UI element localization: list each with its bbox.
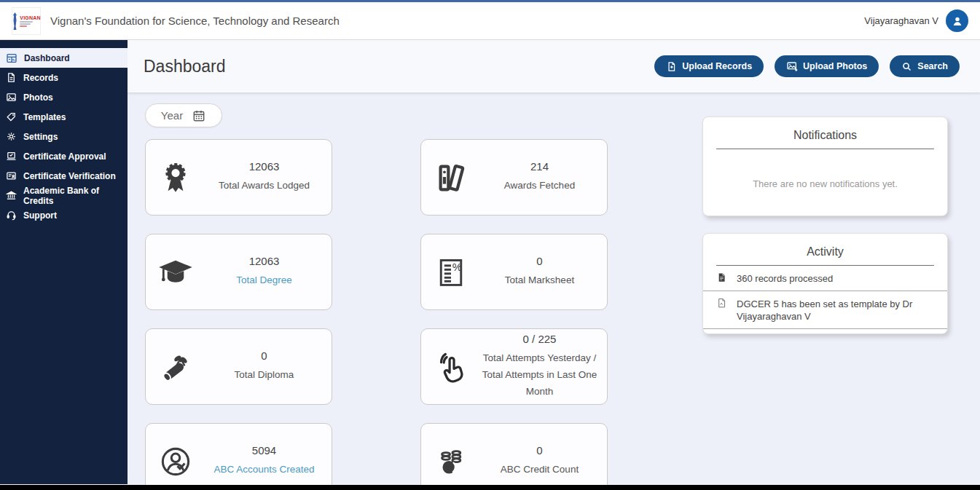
svg-text:%: % (452, 261, 462, 273)
pdf-icon (716, 297, 727, 308)
stat-link-total-degree[interactable]: Total Degree (205, 272, 323, 289)
sidebar-item-support[interactable]: Support (0, 205, 128, 225)
stat-value: 214 (481, 160, 598, 173)
year-filter[interactable]: Year (145, 103, 222, 127)
stat-label: ABC Credit Count (481, 462, 598, 478)
sidebar-item-certificate-approval[interactable]: Certificate Approval (0, 146, 128, 166)
support-icon (6, 210, 17, 221)
notifications-title: Notifications (703, 117, 947, 142)
sidebar-nav: Dashboard Records Photos Templates Setti… (0, 40, 128, 484)
institution-name: Vignan's Foundation for Science, Technol… (50, 15, 340, 27)
stat-value: 0 / 225 (481, 333, 598, 345)
window-bottom-edge (0, 485, 980, 490)
logo-figure-icon (12, 12, 18, 31)
stat-card-awards-fetched: 214 Awards Fetched (420, 139, 608, 216)
sidebar-item-label: Support (23, 210, 57, 221)
document-icon (716, 272, 727, 282)
settings-icon (6, 131, 17, 142)
page-header: Dashboard Upload Records Upload Photos S… (128, 40, 980, 92)
page-title: Dashboard (144, 57, 226, 76)
stat-card-abc-accounts-created: 5094 ABC Accounts Created (145, 423, 332, 485)
notifications-panel: Notifications There are no new notificat… (702, 116, 948, 216)
main-content: Year 12063 Total Awards Lodged 214 Award… (128, 92, 980, 485)
certificate-approval-icon (6, 151, 17, 162)
sidebar-item-dashboard[interactable]: Dashboard (0, 48, 128, 68)
activity-item: DGCER 5 has been set as template by Dr V… (703, 291, 947, 329)
stat-value: 12063 (205, 160, 323, 173)
stat-label: Awards Fetched (481, 178, 598, 194)
upload-photos-button[interactable]: Upload Photos (775, 55, 879, 77)
photos-icon (6, 92, 17, 103)
stat-card-abc-credit-count: 0 ABC Credit Count (420, 423, 608, 485)
sidebar-item-label: Photos (23, 92, 53, 103)
diploma-icon (158, 349, 193, 384)
photo-upload-icon (786, 60, 798, 72)
coins-icon (435, 446, 467, 478)
window-top-accent (0, 0, 980, 2)
sidebar-item-label: Academic Bank of Credits (23, 186, 128, 206)
stat-card-total-attempts: 0 / 225 Total Attempts Yesterday / Total… (420, 328, 608, 405)
stat-label: Total Marksheet (481, 272, 598, 289)
stat-value: 0 (205, 349, 323, 362)
graduation-cap-icon (157, 253, 195, 291)
logo-text: VIGNAN (20, 15, 40, 20)
books-icon (434, 161, 468, 194)
stat-label: Total Awards Lodged (205, 178, 323, 194)
year-filter-label: Year (161, 109, 183, 122)
records-icon (6, 72, 17, 83)
vignan-logo: VIGNAN (12, 7, 41, 35)
search-icon (901, 61, 912, 72)
sidebar-item-academic-bank-of-credits[interactable]: Academic Bank of Credits (0, 186, 128, 205)
button-label: Upload Records (682, 61, 752, 71)
stat-label: Total Attempts Yesterday / Total Attempt… (481, 350, 598, 400)
activity-item: 360 records processed (703, 266, 947, 291)
stat-value: 5094 (205, 444, 323, 457)
upload-records-button[interactable]: Upload Records (654, 55, 764, 77)
account-check-icon (159, 445, 192, 478)
user-avatar[interactable] (946, 9, 968, 32)
notifications-empty-message: There are no new notifications yet. (703, 178, 947, 189)
sidebar-item-label: Certificate Approval (23, 151, 106, 162)
sidebar-item-label: Settings (23, 132, 58, 142)
medal-icon (159, 161, 192, 194)
divider (716, 149, 934, 149)
stat-label: Total Diploma (205, 367, 323, 384)
sidebar-item-label: Templates (23, 112, 66, 122)
marksheet-icon: % (435, 256, 467, 288)
sidebar-item-certificate-verification[interactable]: Certificate Verification (0, 166, 128, 186)
stat-card-total-diploma: 0 Total Diploma (145, 328, 332, 405)
sidebar-item-label: Certificate Verification (23, 171, 116, 181)
stat-link-abc-accounts[interactable]: ABC Accounts Created (205, 462, 323, 478)
activity-panel: Activity 360 records processed DGCER 5 h… (702, 233, 948, 334)
tap-icon (434, 350, 468, 384)
sidebar-item-records[interactable]: Records (0, 68, 128, 87)
stat-value: 12063 (205, 255, 323, 267)
dashboard-icon (6, 52, 17, 64)
activity-title: Activity (703, 234, 947, 258)
activity-text: 360 records processed (737, 272, 833, 285)
sidebar-item-photos[interactable]: Photos (0, 87, 128, 107)
button-label: Upload Photos (803, 61, 867, 71)
top-header: VIGNAN Vignan's Foundation for Science, … (0, 2, 980, 40)
stat-card-total-awards-lodged: 12063 Total Awards Lodged (145, 139, 332, 216)
user-name: Vijayaraghavan V (864, 15, 938, 26)
stat-card-total-marksheet: % 0 Total Marksheet (420, 234, 608, 310)
certificate-verification-icon (6, 170, 17, 181)
sidebar-item-templates[interactable]: Templates (0, 107, 128, 127)
stat-value: 0 (481, 255, 598, 267)
stats-grid: 12063 Total Awards Lodged 214 Awards Fet… (145, 139, 608, 485)
file-upload-icon (666, 61, 677, 72)
stat-value: 0 (481, 444, 598, 457)
button-label: Search (917, 61, 948, 71)
calendar-icon (192, 108, 206, 123)
person-icon (951, 15, 964, 28)
templates-icon (6, 111, 17, 122)
stat-card-total-degree: 12063 Total Degree (145, 234, 332, 310)
sidebar-item-settings[interactable]: Settings (0, 127, 128, 146)
bank-icon (6, 190, 17, 201)
activity-text: DGCER 5 has been set as template by Dr V… (737, 297, 934, 323)
search-button[interactable]: Search (890, 55, 960, 77)
sidebar-item-label: Dashboard (24, 53, 70, 63)
sidebar-item-label: Records (23, 73, 58, 83)
